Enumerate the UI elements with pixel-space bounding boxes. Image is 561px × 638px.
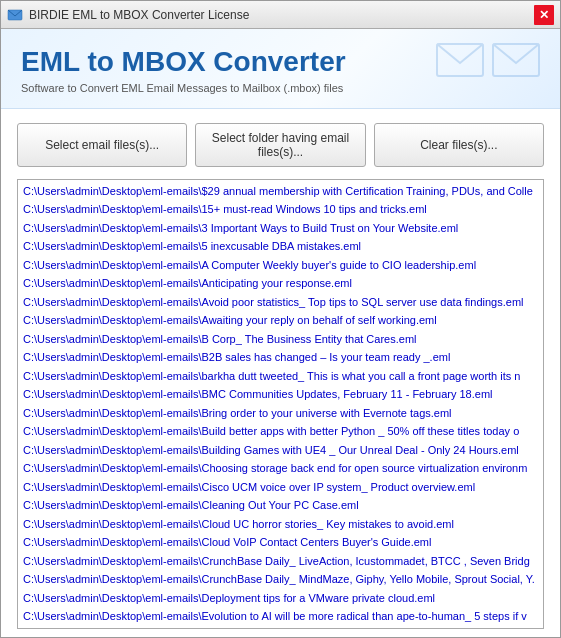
list-item: C:\Users\admin\Desktop\eml-emails\Cloud … [20, 515, 544, 534]
title-bar: BIRDIE EML to MBOX Converter License ✕ [1, 1, 560, 29]
list-item: C:\Users\admin\Desktop\eml-emails\barkha… [20, 367, 544, 386]
list-item: C:\Users\admin\Desktop\eml-emails\Cloud … [20, 533, 544, 552]
list-item: C:\Users\admin\Desktop\eml-emails\Cleani… [20, 496, 544, 515]
envelope-icon-1 [436, 43, 484, 77]
select-folder-button[interactable]: Select folder having email files(s)... [195, 123, 365, 167]
list-item: C:\Users\admin\Desktop\eml-emails\$29 an… [20, 182, 544, 201]
button-row: Select email files(s)... Select folder h… [17, 123, 544, 167]
app-icon [7, 7, 23, 23]
file-list-container[interactable]: C:\Users\admin\Desktop\eml-emails\$29 an… [17, 179, 544, 629]
list-item: C:\Users\admin\Desktop\eml-emails\B2B sa… [20, 348, 544, 367]
list-item: C:\Users\admin\Desktop\eml-emails\Choosi… [20, 459, 544, 478]
content-area: Select email files(s)... Select folder h… [1, 109, 560, 638]
list-item: C:\Users\admin\Desktop\eml-emails\Evolut… [20, 607, 544, 626]
envelope-icon-2 [492, 43, 540, 77]
list-item: C:\Users\admin\Desktop\eml-emails\15+ mu… [20, 200, 544, 219]
main-window: BIRDIE EML to MBOX Converter License ✕ E… [0, 0, 561, 638]
envelope-decoration [436, 43, 540, 77]
close-button[interactable]: ✕ [534, 5, 554, 25]
list-item: C:\Users\admin\Desktop\eml-emails\Cisco … [20, 478, 544, 497]
list-item: C:\Users\admin\Desktop\eml-emails\Bring … [20, 404, 544, 423]
list-item: C:\Users\admin\Desktop\eml-emails\Buildi… [20, 441, 544, 460]
clear-files-button[interactable]: Clear files(s)... [374, 123, 544, 167]
title-bar-text: BIRDIE EML to MBOX Converter License [29, 8, 534, 22]
list-item: C:\Users\admin\Desktop\eml-emails\BMC Co… [20, 385, 544, 404]
select-files-button[interactable]: Select email files(s)... [17, 123, 187, 167]
list-item: C:\Users\admin\Desktop\eml-emails\Deploy… [20, 589, 544, 608]
list-item: C:\Users\admin\Desktop\eml-emails\Crunch… [20, 570, 544, 589]
list-item: C:\Users\admin\Desktop\eml-emails\A Comp… [20, 256, 544, 275]
list-item: C:\Users\admin\Desktop\eml-emails\Avoid … [20, 293, 544, 312]
file-list: C:\Users\admin\Desktop\eml-emails\$29 an… [20, 182, 544, 626]
list-item: C:\Users\admin\Desktop\eml-emails\5 inex… [20, 237, 544, 256]
header-area: EML to MBOX Converter Software to Conver… [1, 29, 560, 109]
app-subtitle: Software to Convert EML Email Messages t… [21, 82, 540, 94]
list-item: C:\Users\admin\Desktop\eml-emails\Crunch… [20, 552, 544, 571]
list-item: C:\Users\admin\Desktop\eml-emails\B Corp… [20, 330, 544, 349]
list-item: C:\Users\admin\Desktop\eml-emails\Awaiti… [20, 311, 544, 330]
list-item: C:\Users\admin\Desktop\eml-emails\3 Impo… [20, 219, 544, 238]
list-item: C:\Users\admin\Desktop\eml-emails\Build … [20, 422, 544, 441]
list-item: C:\Users\admin\Desktop\eml-emails\Antici… [20, 274, 544, 293]
